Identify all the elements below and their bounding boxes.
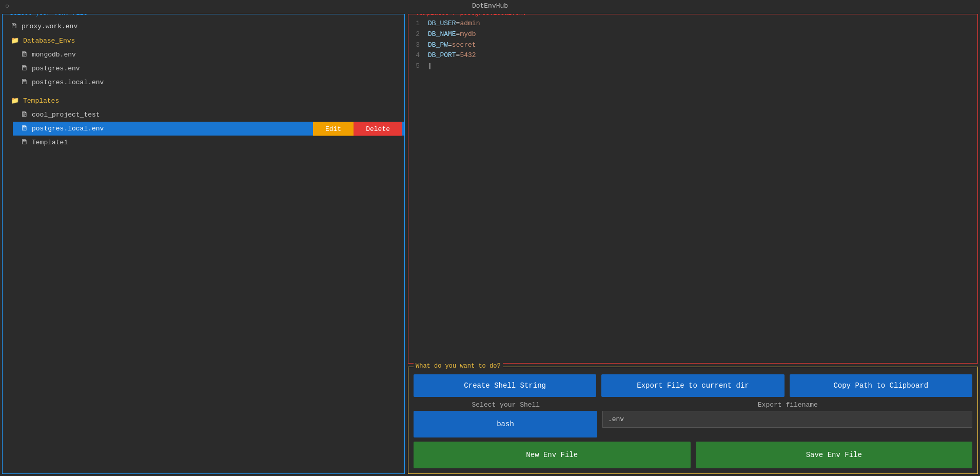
select-shell-label: Select your Shell (414, 401, 598, 409)
file-icon: 🖹 (21, 65, 28, 72)
file-item-cool-project[interactable]: 🖹 cool_project_test (13, 108, 404, 122)
code-line-3: DB_PW=secret (428, 40, 973, 51)
file-icon: 🖹 (21, 79, 28, 86)
app-title: DotEnvHub (472, 2, 508, 10)
file-item-postgres[interactable]: 🖹 postgres.env (13, 62, 404, 75)
file-list: 🖹 proxy.work.env 📁 Database_Envs 🖹 mongo… (3, 14, 404, 473)
right-panel: Templates / postgres.local.env 1 2 3 4 5… (408, 14, 978, 474)
file-item-template1[interactable]: 🖹 Template1 (13, 136, 404, 149)
editor-title: Templates / postgres.local.env (414, 14, 528, 17)
database-envs-children: 🖹 mongodb.env 🖹 postgres.env 🖹 postgres.… (3, 48, 404, 89)
sub-labels-row: Select your Shell Export filename (414, 401, 972, 409)
actions-title: What do you want to do? (414, 363, 503, 370)
folder-templates[interactable]: 📁 Templates (3, 93, 404, 108)
save-env-button[interactable]: Save Env File (696, 442, 973, 468)
file-name: postgres.local.env (32, 125, 104, 132)
file-icon: 🖹 (21, 111, 28, 119)
file-name: postgres.env (32, 65, 80, 72)
actions-section: What do you want to do? Create Shell Str… (408, 367, 978, 474)
file-item-mongodb[interactable]: 🖹 mongodb.env (13, 48, 404, 62)
titlebar: ○ DotEnvHub (0, 0, 980, 12)
folder-name: Templates (23, 97, 59, 105)
folder-database-envs[interactable]: 📁 Database_Envs (3, 33, 404, 48)
code-line-4: DB_PORT=5432 (428, 50, 973, 61)
templates-children: 🖹 cool_project_test 🖹 postgres.local.env… (3, 108, 404, 149)
file-name: Template1 (32, 139, 68, 146)
main-layout: Select your .env File 🖹 proxy.work.env 📁… (0, 12, 980, 476)
editor-area[interactable]: 1 2 3 4 5 DB_USER=admin DB_NAME=mydb DB_… (408, 14, 977, 363)
code-line-1: DB_USER=admin (428, 18, 973, 29)
file-name: postgres.local.env (32, 79, 104, 86)
editor-section: Templates / postgres.local.env 1 2 3 4 5… (408, 14, 978, 364)
line-numbers: 1 2 3 4 5 (408, 18, 424, 359)
green-buttons-row: New Env File Save Env File (414, 442, 972, 468)
create-shell-button[interactable]: Create Shell String (414, 374, 596, 397)
left-panel-title: Select your .env File (8, 14, 89, 17)
file-item-postgres-local[interactable]: 🖹 postgres.local.env (13, 75, 404, 89)
left-panel: Select your .env File 🖹 proxy.work.env 📁… (2, 14, 405, 474)
new-env-button[interactable]: New Env File (414, 442, 691, 468)
folder-icon: 📁 (11, 97, 19, 105)
code-content[interactable]: DB_USER=admin DB_NAME=mydb DB_PW=secret … (424, 18, 977, 359)
code-line-5 (428, 61, 973, 72)
export-filename-area (602, 411, 972, 437)
file-name: cool_project_test (32, 111, 100, 119)
edit-delete-controls: Edit Delete (313, 122, 402, 136)
file-icon: 🖹 (11, 23, 17, 30)
export-filename-label: Export filename (603, 401, 972, 409)
top-actions-row: Create Shell String Export File to curre… (414, 374, 972, 397)
code-line-2: DB_NAME=mydb (428, 29, 973, 40)
folder-name: Database_Envs (23, 37, 75, 45)
delete-button[interactable]: Delete (354, 122, 402, 136)
export-file-button[interactable]: Export File to current dir (601, 374, 784, 397)
export-filename-input[interactable] (602, 411, 972, 428)
shell-export-row: bash (414, 411, 972, 437)
file-item-postgres-local-template[interactable]: 🖹 postgres.local.env Edit Delete (13, 122, 404, 136)
file-icon: 🖹 (21, 125, 28, 132)
file-name: mongodb.env (32, 51, 76, 59)
shell-bash-button[interactable]: bash (414, 411, 597, 437)
file-item-proxy[interactable]: 🖹 proxy.work.env (3, 20, 404, 33)
folder-icon: 📁 (11, 36, 19, 45)
edit-button[interactable]: Edit (313, 122, 354, 136)
file-icon: 🖹 (21, 51, 28, 59)
copy-path-button[interactable]: Copy Path to Clipboard (790, 374, 972, 397)
app-icon: ○ (5, 2, 9, 10)
file-icon: 🖹 (21, 139, 28, 146)
file-name: proxy.work.env (22, 23, 77, 30)
